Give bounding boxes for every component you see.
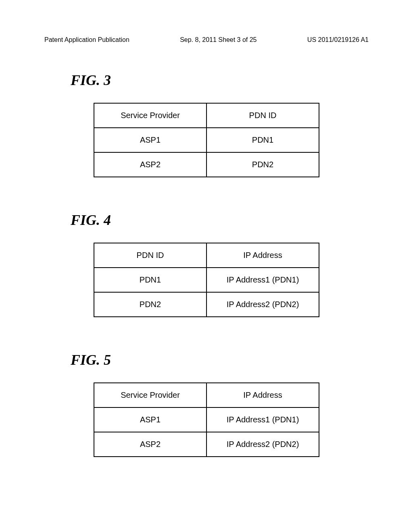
table-cell: IP Address1 (PDN1) xyxy=(206,268,319,292)
table-cell: ASP2 xyxy=(94,432,206,457)
table-header-cell: IP Address xyxy=(206,243,319,268)
table-header-row: Service Provider IP Address xyxy=(94,383,319,407)
table-header-cell: PDN ID xyxy=(206,103,319,128)
page-header: Patent Application Publication Sep. 8, 2… xyxy=(40,36,373,44)
figure-4-label: FIG. 4 xyxy=(71,212,373,229)
table-row: ASP2 IP Address2 (PDN2) xyxy=(94,432,319,457)
figure-3-table: Service Provider PDN ID ASP1 PDN1 ASP2 P… xyxy=(94,103,319,177)
table-cell: IP Address2 (PDN2) xyxy=(206,432,319,457)
figure-5-table: Service Provider IP Address ASP1 IP Addr… xyxy=(94,382,319,457)
table-header-cell: Service Provider xyxy=(94,103,206,128)
table-cell: ASP1 xyxy=(94,128,206,152)
table-row: PDN1 IP Address1 (PDN1) xyxy=(94,268,319,292)
table-header-row: Service Provider PDN ID xyxy=(94,103,319,128)
table-row: ASP1 IP Address1 (PDN1) xyxy=(94,407,319,432)
table-header-cell: PDN ID xyxy=(94,243,206,268)
figure-3-block: FIG. 3 Service Provider PDN ID ASP1 PDN1… xyxy=(40,72,373,177)
sheet-info: Sep. 8, 2011 Sheet 3 of 25 xyxy=(180,36,257,44)
table-cell: PDN2 xyxy=(206,152,319,177)
table-header-cell: IP Address xyxy=(206,383,319,407)
table-cell: ASP1 xyxy=(94,407,206,432)
publication-number: US 2011/0219126 A1 xyxy=(307,36,369,44)
table-cell: PDN1 xyxy=(206,128,319,152)
figure-3-label: FIG. 3 xyxy=(71,72,373,89)
table-row: ASP1 PDN1 xyxy=(94,128,319,152)
table-cell: PDN1 xyxy=(94,268,206,292)
figure-4-table: PDN ID IP Address PDN1 IP Address1 (PDN1… xyxy=(94,243,319,317)
table-cell: IP Address2 (PDN2) xyxy=(206,292,319,317)
table-cell: ASP2 xyxy=(94,152,206,177)
table-header-cell: Service Provider xyxy=(94,383,206,407)
table-cell: IP Address1 (PDN1) xyxy=(206,407,319,432)
table-row: PDN2 IP Address2 (PDN2) xyxy=(94,292,319,317)
table-cell: PDN2 xyxy=(94,292,206,317)
table-row: ASP2 PDN2 xyxy=(94,152,319,177)
figure-5-block: FIG. 5 Service Provider IP Address ASP1 … xyxy=(40,351,373,457)
figure-5-label: FIG. 5 xyxy=(71,351,373,368)
figure-4-block: FIG. 4 PDN ID IP Address PDN1 IP Address… xyxy=(40,212,373,317)
publication-type: Patent Application Publication xyxy=(44,36,129,44)
table-header-row: PDN ID IP Address xyxy=(94,243,319,268)
